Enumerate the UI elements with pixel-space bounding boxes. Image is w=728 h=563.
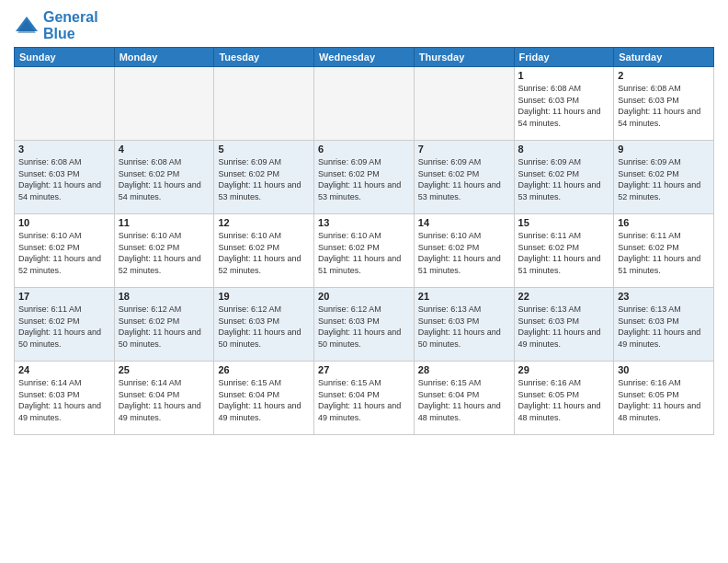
day-number: 9 [618, 144, 710, 155]
logo-text: General Blue [43, 9, 98, 41]
calendar-cell: 17 Sunrise: 6:11 AM Sunset: 6:02 PM Dayl… [15, 288, 115, 362]
calendar-cell: 7 Sunrise: 6:09 AM Sunset: 6:02 PM Dayli… [414, 141, 514, 214]
day-number: 8 [518, 144, 610, 155]
weekday-header: Saturday [614, 48, 714, 67]
day-number: 27 [318, 364, 410, 375]
calendar-cell: 16 Sunrise: 6:11 AM Sunset: 6:02 PM Dayl… [614, 214, 714, 288]
day-number: 30 [618, 364, 710, 375]
calendar-cell [314, 67, 415, 141]
calendar-cell: 19 Sunrise: 6:12 AM Sunset: 6:03 PM Dayl… [214, 288, 314, 362]
calendar-week-row: 24 Sunrise: 6:14 AM Sunset: 6:03 PM Dayl… [15, 362, 714, 435]
calendar-cell: 14 Sunrise: 6:10 AM Sunset: 6:02 PM Dayl… [414, 214, 514, 288]
calendar-cell: 5 Sunrise: 6:09 AM Sunset: 6:02 PM Dayli… [214, 141, 314, 214]
logo: General Blue [14, 9, 98, 41]
calendar-cell: 8 Sunrise: 6:09 AM Sunset: 6:02 PM Dayli… [514, 141, 614, 214]
weekday-header: Tuesday [214, 48, 314, 67]
calendar-cell: 22 Sunrise: 6:13 AM Sunset: 6:03 PM Dayl… [514, 288, 614, 362]
weekday-header: Sunday [15, 48, 115, 67]
day-info: Sunrise: 6:14 AM Sunset: 6:03 PM Dayligh… [18, 378, 101, 422]
calendar-cell: 18 Sunrise: 6:12 AM Sunset: 6:02 PM Dayl… [114, 288, 214, 362]
day-number: 17 [18, 291, 110, 302]
day-info: Sunrise: 6:10 AM Sunset: 6:02 PM Dayligh… [18, 231, 101, 275]
calendar-cell [15, 67, 115, 141]
day-number: 7 [418, 144, 510, 155]
calendar-cell [114, 67, 214, 141]
day-info: Sunrise: 6:08 AM Sunset: 6:03 PM Dayligh… [18, 157, 101, 201]
day-number: 1 [518, 70, 610, 81]
calendar-week-row: 10 Sunrise: 6:10 AM Sunset: 6:02 PM Dayl… [15, 214, 714, 288]
day-info: Sunrise: 6:11 AM Sunset: 6:02 PM Dayligh… [18, 304, 101, 349]
day-info: Sunrise: 6:13 AM Sunset: 6:03 PM Dayligh… [618, 304, 700, 349]
day-number: 22 [518, 291, 610, 302]
day-info: Sunrise: 6:15 AM Sunset: 6:04 PM Dayligh… [218, 378, 301, 422]
header: General Blue [14, 9, 714, 41]
day-number: 13 [318, 217, 410, 228]
day-info: Sunrise: 6:11 AM Sunset: 6:02 PM Dayligh… [618, 231, 700, 275]
day-number: 10 [18, 217, 110, 228]
calendar-cell: 10 Sunrise: 6:10 AM Sunset: 6:02 PM Dayl… [15, 214, 115, 288]
calendar-cell: 2 Sunrise: 6:08 AM Sunset: 6:03 PM Dayli… [614, 67, 714, 141]
calendar-cell: 9 Sunrise: 6:09 AM Sunset: 6:02 PM Dayli… [614, 141, 714, 214]
day-info: Sunrise: 6:09 AM Sunset: 6:02 PM Dayligh… [418, 157, 501, 201]
calendar-week-row: 17 Sunrise: 6:11 AM Sunset: 6:02 PM Dayl… [15, 288, 714, 362]
calendar-cell: 6 Sunrise: 6:09 AM Sunset: 6:02 PM Dayli… [314, 141, 415, 214]
calendar-cell: 3 Sunrise: 6:08 AM Sunset: 6:03 PM Dayli… [15, 141, 115, 214]
day-info: Sunrise: 6:10 AM Sunset: 6:02 PM Dayligh… [318, 231, 401, 275]
day-info: Sunrise: 6:15 AM Sunset: 6:04 PM Dayligh… [318, 378, 401, 422]
day-number: 11 [119, 217, 210, 228]
calendar-cell: 4 Sunrise: 6:08 AM Sunset: 6:02 PM Dayli… [114, 141, 214, 214]
weekday-header: Wednesday [314, 48, 415, 67]
calendar-cell: 21 Sunrise: 6:13 AM Sunset: 6:03 PM Dayl… [414, 288, 514, 362]
day-info: Sunrise: 6:11 AM Sunset: 6:02 PM Dayligh… [518, 231, 601, 275]
day-info: Sunrise: 6:13 AM Sunset: 6:03 PM Dayligh… [418, 304, 501, 349]
day-info: Sunrise: 6:13 AM Sunset: 6:03 PM Dayligh… [518, 304, 601, 349]
weekday-header: Thursday [414, 48, 514, 67]
day-number: 19 [218, 291, 310, 302]
calendar-cell: 29 Sunrise: 6:16 AM Sunset: 6:05 PM Dayl… [514, 362, 614, 435]
calendar-cell: 27 Sunrise: 6:15 AM Sunset: 6:04 PM Dayl… [314, 362, 415, 435]
day-info: Sunrise: 6:12 AM Sunset: 6:03 PM Dayligh… [218, 304, 301, 349]
day-info: Sunrise: 6:16 AM Sunset: 6:05 PM Dayligh… [518, 378, 601, 422]
day-number: 18 [119, 291, 210, 302]
calendar-cell: 12 Sunrise: 6:10 AM Sunset: 6:02 PM Dayl… [214, 214, 314, 288]
day-info: Sunrise: 6:08 AM Sunset: 6:03 PM Dayligh… [618, 84, 700, 128]
day-number: 6 [318, 144, 410, 155]
day-info: Sunrise: 6:12 AM Sunset: 6:03 PM Dayligh… [318, 304, 401, 349]
weekday-header-row: SundayMondayTuesdayWednesdayThursdayFrid… [15, 48, 714, 67]
calendar-cell: 15 Sunrise: 6:11 AM Sunset: 6:02 PM Dayl… [514, 214, 614, 288]
calendar-cell: 24 Sunrise: 6:14 AM Sunset: 6:03 PM Dayl… [15, 362, 115, 435]
day-info: Sunrise: 6:16 AM Sunset: 6:05 PM Dayligh… [618, 378, 700, 422]
day-number: 29 [518, 364, 610, 375]
day-number: 25 [119, 364, 210, 375]
calendar-cell: 11 Sunrise: 6:10 AM Sunset: 6:02 PM Dayl… [114, 214, 214, 288]
calendar-cell [414, 67, 514, 141]
day-number: 23 [618, 291, 710, 302]
day-number: 12 [218, 217, 310, 228]
day-number: 14 [418, 217, 510, 228]
day-number: 24 [18, 364, 110, 375]
day-number: 20 [318, 291, 410, 302]
day-info: Sunrise: 6:08 AM Sunset: 6:03 PM Dayligh… [518, 84, 601, 128]
day-number: 28 [418, 364, 510, 375]
day-info: Sunrise: 6:15 AM Sunset: 6:04 PM Dayligh… [418, 378, 501, 422]
day-info: Sunrise: 6:10 AM Sunset: 6:02 PM Dayligh… [119, 231, 201, 275]
day-number: 26 [218, 364, 310, 375]
page: General Blue SundayMondayTuesdayWednesda… [0, 0, 728, 563]
day-number: 5 [218, 144, 310, 155]
day-number: 3 [18, 144, 110, 155]
calendar-cell: 20 Sunrise: 6:12 AM Sunset: 6:03 PM Dayl… [314, 288, 415, 362]
day-info: Sunrise: 6:09 AM Sunset: 6:02 PM Dayligh… [218, 157, 301, 201]
logo-icon [14, 13, 40, 39]
calendar-cell: 26 Sunrise: 6:15 AM Sunset: 6:04 PM Dayl… [214, 362, 314, 435]
day-info: Sunrise: 6:10 AM Sunset: 6:02 PM Dayligh… [218, 231, 301, 275]
day-info: Sunrise: 6:09 AM Sunset: 6:02 PM Dayligh… [618, 157, 700, 201]
day-info: Sunrise: 6:09 AM Sunset: 6:02 PM Dayligh… [518, 157, 601, 201]
day-info: Sunrise: 6:09 AM Sunset: 6:02 PM Dayligh… [318, 157, 401, 201]
calendar-cell: 25 Sunrise: 6:14 AM Sunset: 6:04 PM Dayl… [114, 362, 214, 435]
weekday-header: Friday [514, 48, 614, 67]
day-number: 15 [518, 217, 610, 228]
day-number: 21 [418, 291, 510, 302]
calendar-week-row: 3 Sunrise: 6:08 AM Sunset: 6:03 PM Dayli… [15, 141, 714, 214]
calendar-cell: 23 Sunrise: 6:13 AM Sunset: 6:03 PM Dayl… [614, 288, 714, 362]
calendar-cell [214, 67, 314, 141]
